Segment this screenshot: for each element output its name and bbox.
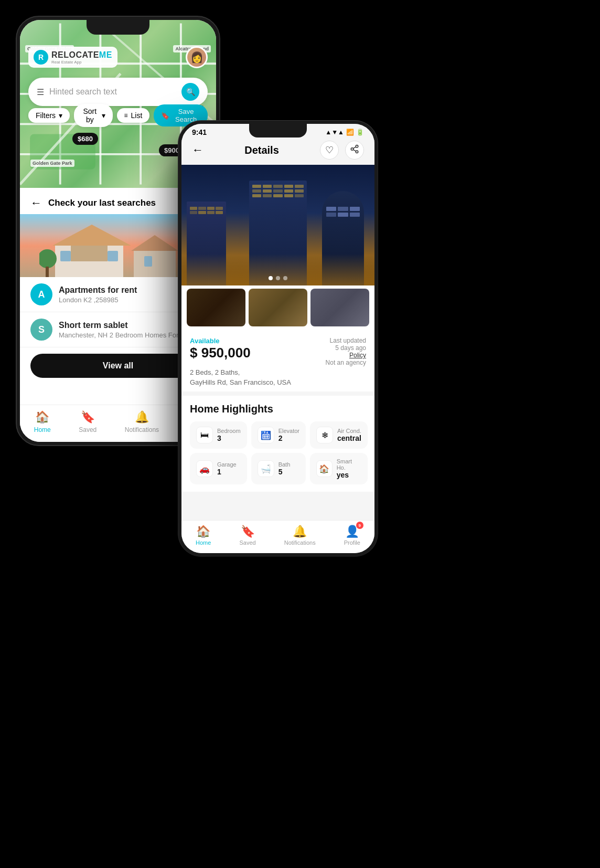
heart-icon: ♡	[325, 144, 334, 156]
highlights-section: Home Highlights 🛏 Bedroom 3 🛗 Elevator 2	[181, 396, 374, 492]
property-info: Available $ 950,000 Last updated 5 days …	[181, 330, 374, 391]
status-icons-2: ▲▼▲ 📶 🔋	[325, 129, 364, 136]
thumbnail-2[interactable]	[249, 289, 307, 326]
sort-by-button[interactable]: Sort by ▾	[74, 104, 112, 127]
svg-rect-20	[46, 267, 49, 277]
update-block: Last updated 5 days ago Policy Not an ag…	[326, 337, 366, 366]
thumbnail-3[interactable]	[310, 289, 369, 326]
nav-notifications-2[interactable]: 🔔 Notifications	[284, 525, 316, 546]
chevron-down-icon: ▾	[59, 111, 62, 120]
logo-text-block: RELOCATEME Real Estate App	[51, 50, 112, 65]
nav-saved-1[interactable]: 🔖 Saved	[79, 410, 97, 433]
svg-line-27	[353, 146, 356, 148]
home-icon-2: 🏠	[196, 525, 210, 538]
map-price-badge-680: $680	[72, 133, 98, 145]
list-button[interactable]: ≡ List	[117, 108, 150, 123]
svg-marker-13	[52, 225, 131, 246]
logo-container: R RELOCATEME Real Estate App	[28, 47, 117, 68]
svg-rect-15	[108, 251, 118, 261]
property-main-image	[181, 165, 374, 285]
bedroom-icon: 🛏	[196, 427, 213, 443]
saved-icon-2: 🔖	[241, 525, 255, 538]
highlight-elevator: 🛗 Elevator 2	[251, 421, 306, 449]
wifi-icon-2: 📶	[346, 129, 354, 136]
notifications-icon-2: 🔔	[293, 525, 307, 538]
share-icon	[350, 144, 359, 156]
property-beds-baths: 2 Beds, 2 Baths,	[190, 368, 366, 376]
thumbnail-1[interactable]	[187, 289, 245, 326]
avatar[interactable]: 👩	[186, 46, 208, 68]
svg-point-19	[39, 249, 57, 268]
battery-icon-2: 🔋	[356, 129, 364, 136]
filter-bar: Filters ▾ Sort by ▾ ≡ List 🔖 Save Search	[20, 104, 216, 127]
logo-title: RELOCATEME	[51, 50, 112, 60]
policy-link[interactable]: Policy	[326, 352, 366, 359]
dot-3	[283, 276, 287, 280]
smart-home-icon: 🏠	[316, 460, 333, 477]
last-updated-value: 5 days ago	[326, 344, 366, 352]
svg-rect-18	[144, 256, 152, 267]
garage-icon: 🚗	[196, 460, 213, 477]
image-dots	[269, 276, 287, 280]
svg-rect-14	[60, 251, 71, 261]
search-bar: ☰ Hinted search text 🔍	[28, 78, 208, 106]
highlights-grid: 🛏 Bedroom 3 🛗 Elevator 2 ❄	[190, 421, 366, 484]
property-price: $ 950,000	[190, 345, 251, 361]
search-placeholder[interactable]: Hinted search text	[49, 87, 176, 97]
svg-rect-16	[134, 251, 176, 277]
filters-button[interactable]: Filters ▾	[28, 108, 70, 123]
phone1-notch	[87, 20, 149, 35]
phone2-screen: 9:41 ▲▼▲ 📶 🔋 ← Details ♡	[181, 124, 374, 553]
home-icon: 🏠	[35, 410, 49, 424]
bottom-nav-2: 🏠 Home 🔖 Saved 🔔 Notifications 👤 9 Profi…	[181, 520, 374, 553]
available-badge: Available	[190, 337, 251, 345]
logo-subtitle: Real Estate App	[51, 60, 112, 65]
nav-saved-2[interactable]: 🔖 Saved	[239, 525, 255, 546]
chevron-down-icon-2: ▾	[102, 111, 105, 120]
hamburger-icon[interactable]: ☰	[37, 87, 44, 97]
nav-notifications-1[interactable]: 🔔 Notifications	[125, 410, 159, 433]
svg-point-24	[351, 147, 353, 150]
svg-rect-12	[71, 246, 108, 261]
details-back-button[interactable]: ←	[192, 143, 203, 157]
nav-home-1[interactable]: 🏠 Home	[34, 410, 51, 433]
result-avatar-s: S	[30, 319, 52, 341]
elevator-icon: 🛗	[258, 427, 274, 443]
bath-icon: 🛁	[258, 460, 274, 477]
notifications-icon: 🔔	[135, 410, 149, 424]
property-address: GayHills Rd, San Francisco, USA	[190, 378, 366, 386]
svg-point-23	[356, 145, 358, 147]
result-avatar-a: A	[30, 283, 52, 305]
price-row: Available $ 950,000 Last updated 5 days …	[190, 337, 366, 366]
logo-icon: R	[34, 50, 48, 65]
not-agency-label: Not an agency	[326, 359, 366, 366]
dot-2	[276, 276, 280, 280]
share-button[interactable]	[345, 141, 364, 160]
section-title: Check your last searches	[48, 198, 156, 208]
map-label-park: Golden Gate Park	[30, 160, 74, 167]
highlight-ac-text: Air Cond. central	[337, 428, 361, 442]
search-bar-container: ☰ Hinted search text 🔍	[20, 78, 216, 106]
profile-icon-2: 👤 9	[345, 525, 359, 538]
logo-bar: R RELOCATEME Real Estate App 👩	[20, 46, 216, 68]
search-button[interactable]: 🔍	[181, 83, 199, 101]
nav-home-2[interactable]: 🏠 Home	[196, 525, 211, 546]
phone2-notch	[249, 124, 307, 137]
svg-point-25	[356, 151, 358, 153]
highlight-elevator-text: Elevator 2	[278, 428, 299, 442]
highlight-garage: 🚗 Garage 1	[190, 453, 247, 484]
heart-button[interactable]: ♡	[320, 141, 339, 160]
ac-icon: ❄	[316, 427, 333, 443]
svg-marker-17	[131, 235, 178, 251]
nav-profile-2[interactable]: 👤 9 Profile	[344, 525, 360, 546]
details-header: ← Details ♡	[181, 139, 374, 165]
back-button[interactable]: ←	[30, 196, 42, 210]
highlight-bedroom-text: Bedroom 3	[217, 428, 241, 442]
highlights-title: Home Highlights	[190, 403, 366, 415]
price-block: Available $ 950,000	[190, 337, 251, 361]
thumbnail-strip	[181, 285, 374, 330]
highlight-bedroom: 🛏 Bedroom 3	[190, 421, 247, 449]
highlight-bath: 🛁 Bath 5	[251, 453, 306, 484]
phone-2: 9:41 ▲▼▲ 📶 🔋 ← Details ♡	[178, 121, 378, 556]
status-time-2: 9:41	[192, 128, 207, 136]
